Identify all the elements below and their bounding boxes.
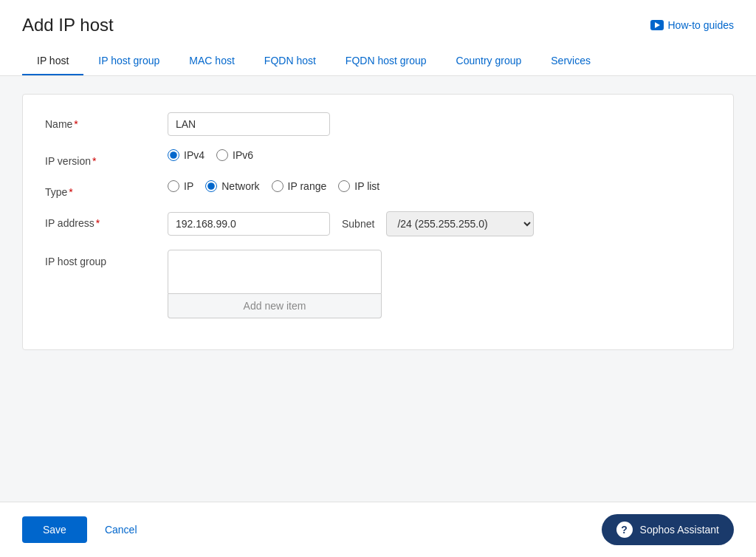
tab-services[interactable]: Services bbox=[536, 47, 605, 75]
subnet-label: Subnet bbox=[342, 218, 374, 230]
ip-host-group-area: Add new item bbox=[168, 250, 382, 318]
type-ip-option[interactable]: IP bbox=[168, 180, 193, 192]
form-card: Name* IP version* IPv4 IPv6 bbox=[22, 94, 734, 350]
type-row: Type* IP Network IP range IP list bbox=[45, 180, 711, 198]
type-ip-range-radio[interactable] bbox=[272, 180, 284, 192]
sophos-assistant-button[interactable]: ? Sophos Assistant bbox=[602, 514, 734, 545]
name-input[interactable] bbox=[168, 112, 330, 136]
page-title: Add IP host bbox=[22, 15, 114, 35]
ip-host-group-label: IP host group bbox=[45, 250, 156, 267]
tab-mac-host[interactable]: MAC host bbox=[174, 47, 249, 75]
tab-ip-host[interactable]: IP host bbox=[22, 47, 83, 75]
ip-version-controls: IPv4 IPv6 bbox=[168, 149, 253, 161]
subnet-select[interactable]: /24 (255.255.255.0) /8 (255.0.0.0) /16 (… bbox=[386, 211, 534, 236]
name-controls bbox=[168, 112, 330, 136]
tab-bar: IP host IP host group MAC host FQDN host… bbox=[22, 47, 734, 75]
type-network-radio[interactable] bbox=[205, 180, 217, 192]
footer-left: Save Cancel bbox=[22, 516, 143, 543]
ip-host-group-row: IP host group Add new item bbox=[45, 250, 711, 318]
type-ip-list-radio[interactable] bbox=[338, 180, 350, 192]
ip-version-label: IP version* bbox=[45, 149, 156, 167]
add-new-item-button[interactable]: Add new item bbox=[168, 294, 382, 318]
name-label: Name* bbox=[45, 112, 156, 130]
ipv6-label: IPv6 bbox=[233, 149, 253, 161]
tab-country-group[interactable]: Country group bbox=[441, 47, 537, 75]
type-ip-list-option[interactable]: IP list bbox=[338, 180, 379, 192]
ip-address-label: IP address* bbox=[45, 211, 156, 229]
type-ip-label: IP bbox=[184, 180, 193, 192]
sophos-assistant-label: Sophos Assistant bbox=[640, 524, 719, 536]
ipv4-option[interactable]: IPv4 bbox=[168, 149, 205, 161]
name-row: Name* bbox=[45, 112, 711, 136]
how-to-guides-label: How-to guides bbox=[668, 19, 735, 31]
ip-address-row: IP address* Subnet /24 (255.255.255.0) /… bbox=[45, 211, 711, 236]
footer: Save Cancel ? Sophos Assistant bbox=[0, 502, 756, 557]
type-controls: IP Network IP range IP list bbox=[168, 180, 379, 192]
ip-version-row: IP version* IPv4 IPv6 bbox=[45, 149, 711, 167]
type-network-label: Network bbox=[221, 180, 259, 192]
type-ip-list-label: IP list bbox=[354, 180, 379, 192]
ipv6-radio[interactable] bbox=[216, 149, 228, 161]
ipv4-label: IPv4 bbox=[184, 149, 205, 161]
type-required: * bbox=[69, 186, 72, 198]
tab-ip-host-group[interactable]: IP host group bbox=[83, 47, 174, 75]
type-label: Type* bbox=[45, 180, 156, 198]
how-to-guides-link[interactable]: How-to guides bbox=[650, 19, 735, 31]
type-ip-range-option[interactable]: IP range bbox=[272, 180, 327, 192]
type-ip-range-label: IP range bbox=[288, 180, 327, 192]
question-circle-icon: ? bbox=[616, 522, 633, 538]
ip-host-group-controls: Add new item bbox=[168, 250, 382, 318]
type-network-option[interactable]: Network bbox=[205, 180, 259, 192]
ip-version-required: * bbox=[92, 155, 96, 167]
type-ip-radio[interactable] bbox=[168, 180, 179, 192]
tab-fqdn-host[interactable]: FQDN host bbox=[250, 47, 331, 75]
save-button[interactable]: Save bbox=[22, 516, 87, 543]
ip-host-group-textarea[interactable] bbox=[168, 250, 382, 294]
video-icon bbox=[650, 20, 664, 30]
ip-address-input[interactable] bbox=[168, 212, 330, 236]
ipv4-radio[interactable] bbox=[168, 149, 179, 161]
cancel-button[interactable]: Cancel bbox=[99, 516, 143, 543]
tab-fqdn-host-group[interactable]: FQDN host group bbox=[331, 47, 441, 75]
name-required: * bbox=[74, 118, 78, 130]
ipv6-option[interactable]: IPv6 bbox=[216, 149, 253, 161]
ip-address-required: * bbox=[96, 217, 100, 229]
main-content: Name* IP version* IPv4 IPv6 bbox=[0, 76, 756, 502]
ip-address-controls: Subnet /24 (255.255.255.0) /8 (255.0.0.0… bbox=[168, 211, 534, 236]
